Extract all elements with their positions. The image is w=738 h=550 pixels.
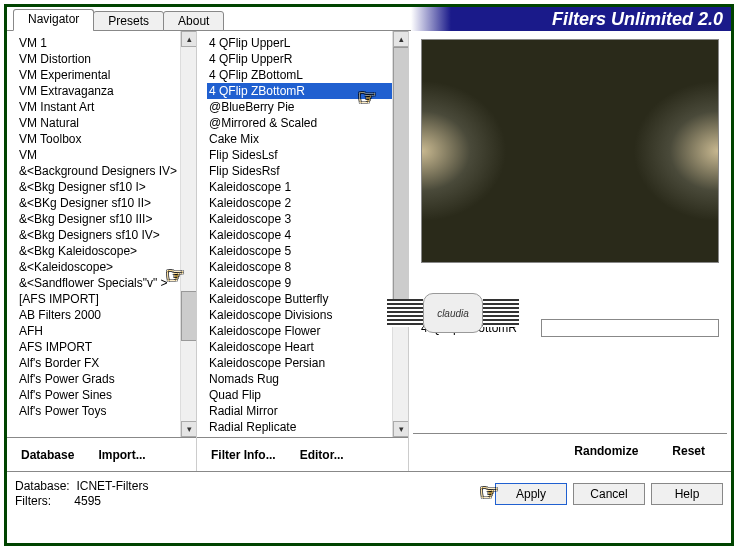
watermark: claudia [387,293,519,333]
list-item[interactable]: AB Filters 2000 [17,307,180,323]
list-item[interactable]: 4 QFlip ZBottomR [207,83,392,99]
list-item[interactable]: Flip SidesLsf [207,147,392,163]
list-item[interactable]: Radial Mirror [207,403,392,419]
reset-button[interactable]: Reset [664,440,713,462]
list-item[interactable]: Kaleidoscope Divisions [207,307,392,323]
editor-button[interactable]: Editor... [292,444,352,466]
list-item[interactable]: @Mirrored & Scaled [207,115,392,131]
list-item[interactable]: &<Sandflower Specials"v" > [17,275,180,291]
list-item[interactable]: Radial Replicate [207,419,392,435]
list-item[interactable]: Alf's Border FX [17,355,180,371]
tab-about[interactable]: About [163,11,224,31]
randomize-button[interactable]: Randomize [566,440,646,462]
parameter-slider[interactable] [541,319,719,337]
tab-bar: Navigator Presets About [13,9,223,31]
list-item[interactable]: Kaleidoscope Butterfly [207,291,392,307]
category-column: VM 1VM DistortionVM ExperimentalVM Extra… [7,31,197,471]
list-item[interactable]: Kaleidoscope 4 [207,227,392,243]
list-item[interactable]: 4 QFlip UpperL [207,35,392,51]
list-item[interactable]: Kaleidoscope Persian [207,355,392,371]
content: VM 1VM DistortionVM ExperimentalVM Extra… [7,31,731,471]
list-item[interactable]: &<Bkg Designer sf10 I> [17,179,180,195]
scroll-down-icon[interactable]: ▾ [393,421,408,437]
list-item[interactable]: &<BKg Designer sf10 II> [17,195,180,211]
tab-presets[interactable]: Presets [93,11,164,31]
list-item[interactable]: VM Instant Art [17,99,180,115]
db-label: Database: [15,479,70,493]
list-item[interactable]: [AFS IMPORT] [17,291,180,307]
list-item[interactable]: Kaleidoscope 1 [207,179,392,195]
import-button[interactable]: Import... [90,444,153,466]
scroll-up-icon[interactable]: ▴ [181,31,196,47]
list-item[interactable]: VM [17,147,180,163]
list-item[interactable]: 4 QFlip ZBottomL [207,67,392,83]
watermark-text: claudia [423,293,483,333]
list-item[interactable]: Flip SidesRsf [207,163,392,179]
list-item[interactable]: &<Kaleidoscope> [17,259,180,275]
filter-column: 4 QFlip UpperL4 QFlip UpperR4 QFlip ZBot… [197,31,409,471]
category-list[interactable]: VM 1VM DistortionVM ExperimentalVM Extra… [7,31,196,437]
list-item[interactable]: Alf's Power Grads [17,371,180,387]
list-item[interactable]: AFH [17,323,180,339]
filters-label: Filters: [15,494,51,508]
list-item[interactable]: VM Extravaganza [17,83,180,99]
list-item[interactable]: Kaleidoscope 8 [207,259,392,275]
watermark-bars-icon [387,299,423,327]
category-buttons: Database Import... [7,437,196,471]
list-item[interactable]: VM Toolbox [17,131,180,147]
watermark-bars-icon [483,299,519,327]
db-value: ICNET-Filters [76,479,148,493]
filter-buttons: Filter Info... Editor... [197,437,408,471]
preview-buttons: Randomize Reset [413,433,727,467]
help-button[interactable]: Help [651,483,723,505]
list-item[interactable]: &<Bkg Designer sf10 III> [17,211,180,227]
list-item[interactable]: &<Bkg Designers sf10 IV> [17,227,180,243]
list-item[interactable]: VM Distortion [17,51,180,67]
list-item[interactable]: Kaleidoscope 2 [207,195,392,211]
filter-list[interactable]: 4 QFlip UpperL4 QFlip UpperR4 QFlip ZBot… [197,31,408,437]
list-item[interactable]: @BlueBerry Pie [207,99,392,115]
list-item[interactable]: Kaleidoscope Flower [207,323,392,339]
cancel-button[interactable]: Cancel [573,483,645,505]
apply-button[interactable]: Apply [495,483,567,505]
list-item[interactable]: Alf's Power Toys [17,403,180,419]
app-title: Filters Unlimited 2.0 [411,7,731,31]
list-item[interactable]: Nomads Rug [207,371,392,387]
filter-info-button[interactable]: Filter Info... [203,444,284,466]
list-item[interactable]: 4 QFlip UpperR [207,51,392,67]
scroll-thumb[interactable] [181,291,196,341]
scroll-up-icon[interactable]: ▴ [393,31,408,47]
scroll-down-icon[interactable]: ▾ [181,421,196,437]
preview-panel: 4 QFlip ZBottomR Randomize Reset [409,31,731,471]
list-item[interactable]: Kaleidoscope 3 [207,211,392,227]
filters-value: 4595 [74,494,101,508]
list-item[interactable]: Cake Mix [207,131,392,147]
footer: Database: ICNET-Filters Filters: 4595 Ap… [7,471,731,515]
list-item[interactable]: Kaleidoscope 9 [207,275,392,291]
header: Navigator Presets About Filters Unlimite… [7,7,731,31]
list-item[interactable]: AFS IMPORT [17,339,180,355]
list-item[interactable]: Quad Flip [207,387,392,403]
category-scrollbar[interactable]: ▴ ▾ [180,31,196,437]
footer-info: Database: ICNET-Filters Filters: 4595 [15,479,148,509]
scroll-thumb[interactable] [393,47,408,327]
preview-image [421,39,719,263]
tab-navigator[interactable]: Navigator [13,9,94,31]
list-item[interactable]: Kaleidoscope Heart [207,339,392,355]
list-item[interactable]: VM 1 [17,35,180,51]
list-item[interactable]: &<Background Designers IV> [17,163,180,179]
app-window: Navigator Presets About Filters Unlimite… [4,4,734,546]
list-item[interactable]: VM Natural [17,115,180,131]
filter-scrollbar[interactable]: ▴ ▾ [392,31,408,437]
list-item[interactable]: VM Experimental [17,67,180,83]
list-item[interactable]: Alf's Power Sines [17,387,180,403]
footer-buttons: Apply Cancel Help [495,483,723,505]
list-item[interactable]: &<Bkg Kaleidoscope> [17,243,180,259]
list-item[interactable]: Kaleidoscope 5 [207,243,392,259]
preview-content [422,40,718,262]
database-button[interactable]: Database [13,444,82,466]
